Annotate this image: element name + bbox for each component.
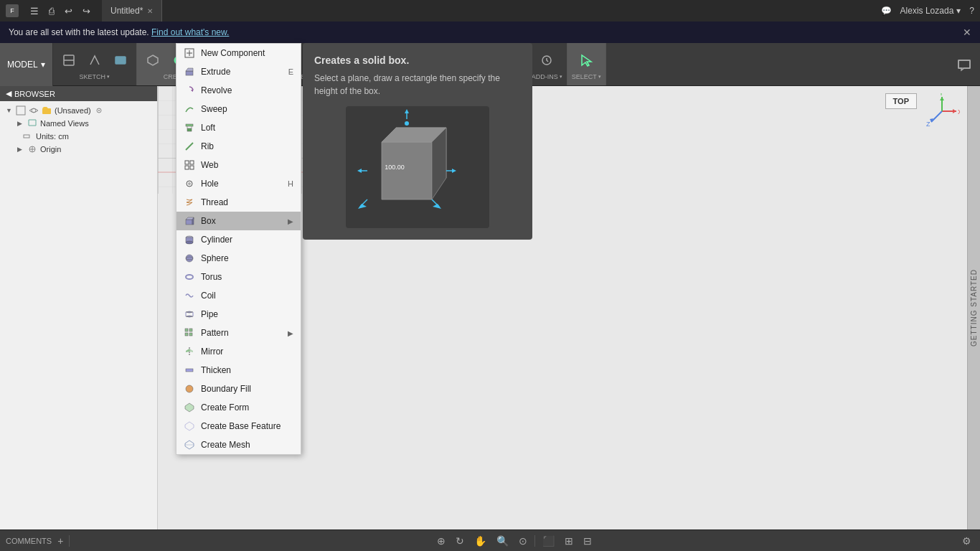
sweep-label: Sweep — [201, 104, 227, 114]
named-views-label: Named Views — [40, 119, 89, 128]
pan-tool-button[interactable]: ✋ — [471, 534, 489, 548]
title-bar: F ☰ ⎙ ↩ ↪ Untitled* ✕ 💬 Alexis Lozada ▾ … — [0, 0, 980, 22]
hole-icon — [184, 178, 195, 189]
menu-create-form[interactable]: Create Form — [176, 398, 301, 417]
menu-pattern[interactable]: Pattern ▶ — [176, 324, 301, 342]
sketch-tool-2[interactable] — [83, 49, 106, 72]
menu-boundary-fill[interactable]: Boundary Fill — [176, 380, 301, 398]
rib-icon — [184, 141, 195, 152]
getting-started-panel[interactable]: GETTING STARTED — [967, 86, 980, 529]
menu-hole[interactable]: Hole H — [176, 174, 301, 193]
preferences-button[interactable]: ⚙ — [959, 534, 974, 548]
sketch-tool-1[interactable] — [57, 49, 80, 72]
menu-loft[interactable]: Loft — [176, 118, 301, 137]
menu-torus[interactable]: Torus — [176, 268, 301, 286]
fit-view-button[interactable]: ⊙ — [516, 534, 530, 548]
svg-marker-81 — [186, 349, 189, 352]
origin-item[interactable]: ▶ Origin — [3, 143, 154, 156]
browser-header: ◀ BROWSER — [0, 86, 157, 101]
menu-box[interactable]: Box ▶ — [176, 212, 301, 230]
svg-rect-60 — [190, 161, 194, 164]
select-label: SELECT — [572, 73, 597, 80]
svg-rect-28 — [24, 135, 29, 138]
svg-marker-53 — [191, 89, 193, 92]
menu-cylinder[interactable]: Cylinder — [176, 230, 301, 249]
create-base-feature-icon — [184, 420, 195, 432]
menu-extrude[interactable]: Extrude E — [176, 62, 301, 81]
svg-marker-85 — [185, 403, 194, 412]
addins-group[interactable]: ADD-INS ▾ — [527, 43, 567, 85]
settings-icon[interactable] — [94, 105, 104, 116]
menu-new-component[interactable]: New Component — [176, 44, 301, 62]
menu-create-base-feature[interactable]: Create Base Feature — [176, 417, 301, 435]
addins-label: ADD-INS — [532, 73, 558, 80]
svg-rect-83 — [186, 369, 193, 372]
orbit-tool-button[interactable]: ↻ — [453, 534, 467, 548]
root-collapse-arrow[interactable]: ▼ — [6, 107, 13, 114]
svg-text:Y: Y — [939, 93, 943, 97]
svg-rect-22 — [958, 60, 970, 68]
create-tool-1[interactable] — [141, 49, 164, 72]
display-settings-button[interactable]: ⊞ — [562, 534, 576, 548]
pattern-label: Pattern — [201, 328, 229, 338]
browser-root-item[interactable]: ▼ (Unsaved) — [3, 104, 154, 117]
box-tooltip-description: Select a plane, draw a rectangle then sp… — [314, 72, 521, 98]
select-tool-1[interactable] — [575, 49, 598, 72]
grid-settings-button[interactable]: ⊟ — [580, 534, 595, 548]
sweep-icon — [184, 103, 195, 115]
comment-icon[interactable] — [953, 53, 976, 76]
web-icon — [184, 159, 195, 171]
coil-label: Coil — [201, 291, 216, 301]
menu-sphere[interactable]: Sphere — [176, 249, 301, 268]
box-submenu-arrow: ▶ — [288, 217, 293, 225]
named-views-item[interactable]: ▶ Named Views — [3, 117, 154, 130]
menu-coil[interactable]: Coil — [176, 286, 301, 305]
svg-point-64 — [188, 182, 191, 185]
named-views-arrow[interactable]: ▶ — [17, 120, 24, 127]
menu-create-mesh[interactable]: Create Mesh — [176, 435, 301, 454]
chat-icon[interactable]: 💬 — [881, 6, 892, 16]
save-button[interactable]: ⎙ — [46, 4, 57, 18]
active-tab[interactable]: Untitled* ✕ — [102, 0, 162, 22]
menu-button[interactable]: ☰ — [27, 4, 42, 18]
update-link[interactable]: Find out what's new. — [151, 27, 229, 37]
units-item[interactable]: Units: cm — [3, 130, 154, 143]
update-close-button[interactable]: ✕ — [963, 27, 971, 38]
coil-icon — [184, 290, 195, 301]
help-button[interactable]: ? — [969, 6, 974, 16]
move-tool-button[interactable]: ⊕ — [434, 534, 448, 548]
select-group[interactable]: SELECT ▾ — [567, 43, 606, 85]
tab-area: Untitled* ✕ — [102, 0, 162, 22]
model-mode-button[interactable]: MODEL ▾ — [0, 43, 53, 86]
menu-revolve[interactable]: Revolve — [176, 81, 301, 100]
tab-close-button[interactable]: ✕ — [147, 7, 153, 15]
redo-button[interactable]: ↪ — [80, 4, 93, 18]
pipe-label: Pipe — [201, 309, 218, 319]
svg-point-84 — [186, 385, 193, 392]
menu-thread[interactable]: Thread — [176, 193, 301, 212]
loft-icon — [184, 122, 195, 133]
undo-button[interactable]: ↩ — [62, 4, 75, 18]
menu-thicken[interactable]: Thicken — [176, 361, 301, 380]
thread-label: Thread — [201, 197, 228, 207]
svg-marker-52 — [186, 68, 193, 71]
menu-web[interactable]: Web — [176, 156, 301, 174]
zoom-tool-button[interactable]: 🔍 — [494, 534, 512, 548]
menu-sweep[interactable]: Sweep — [176, 100, 301, 118]
add-comment-button[interactable]: + — [55, 534, 66, 548]
user-dropdown-icon: ▾ — [956, 6, 961, 16]
origin-arrow[interactable]: ▶ — [17, 146, 24, 153]
eye-icon[interactable] — [29, 105, 39, 116]
menu-pipe[interactable]: Pipe — [176, 305, 301, 324]
menu-rib[interactable]: Rib — [176, 137, 301, 156]
addins-tool-1[interactable] — [535, 49, 558, 72]
app-icon: F — [6, 4, 19, 17]
select-arrow: ▾ — [598, 74, 601, 80]
menu-mirror[interactable]: Mirror — [176, 342, 301, 361]
user-menu[interactable]: Alexis Lozada ▾ — [900, 6, 961, 16]
sketch-tool-3[interactable] — [109, 49, 132, 72]
comments-label: COMMENTS — [6, 537, 52, 545]
create-mesh-icon — [184, 439, 195, 451]
browser-collapse-icon[interactable]: ◀ — [6, 89, 11, 98]
view-cube-button[interactable]: ⬛ — [540, 534, 557, 548]
